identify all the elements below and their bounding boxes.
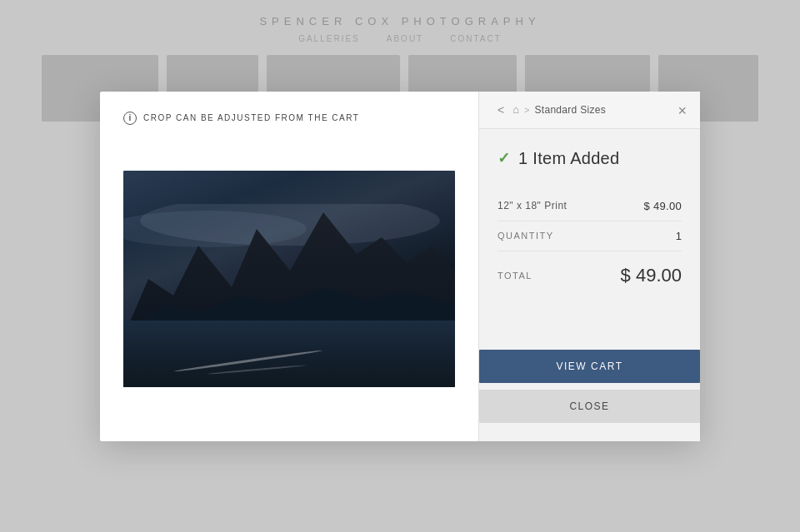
check-icon: ✓ — [498, 149, 510, 167]
photo-image — [123, 171, 455, 387]
mountain-silhouette — [123, 204, 455, 337]
close-button[interactable]: CLOSE — [479, 390, 700, 423]
breadcrumb-bar: < ⌂ > Standard Sizes — [479, 92, 700, 129]
modal-overlay: × i CROP CAN BE ADJUSTED FROM THE CART — [0, 0, 800, 532]
breadcrumb-chevron-icon: > — [524, 105, 529, 115]
right-content: ✓ 1 Item Added 12" x 18" Print $ 49.00 Q… — [479, 129, 700, 350]
info-bar: i CROP CAN BE ADJUSTED FROM THE CART — [123, 112, 455, 125]
modal-close-x-button[interactable]: × — [674, 100, 690, 122]
info-text: CROP CAN BE ADJUSTED FROM THE CART — [143, 113, 359, 122]
quantity-row: QUANTITY 1 — [498, 221, 682, 251]
photo-container — [123, 140, 455, 418]
home-icon[interactable]: ⌂ — [512, 103, 519, 116]
info-icon: i — [123, 112, 137, 125]
item-row: 12" x 18" Print $ 49.00 — [498, 191, 682, 221]
modal-left-panel: i CROP CAN BE ADJUSTED FROM THE CART — [100, 92, 478, 441]
beach-layer — [123, 321, 455, 387]
view-cart-button[interactable]: VIEW CART — [479, 350, 700, 383]
modal-body: i CROP CAN BE ADJUSTED FROM THE CART — [100, 92, 700, 441]
breadcrumb-current: Standard Sizes — [534, 104, 606, 116]
item-label: 12" x 18" Print — [498, 200, 567, 211]
total-label: TOTAL — [498, 271, 532, 281]
breadcrumb-back-button[interactable]: < — [494, 103, 508, 117]
action-buttons: VIEW CART CLOSE — [479, 350, 700, 441]
total-row: TOTAL $ 49.00 — [498, 251, 682, 303]
modal-right-panel: < ⌂ > Standard Sizes ✓ 1 Item Added 12" … — [478, 92, 700, 441]
added-label: 1 Item Added — [518, 149, 619, 168]
added-header: ✓ 1 Item Added — [498, 149, 682, 168]
quantity-value: 1 — [676, 230, 682, 242]
quantity-label: QUANTITY — [498, 231, 554, 241]
modal-dialog: × i CROP CAN BE ADJUSTED FROM THE CART — [100, 92, 700, 441]
total-value: $ 49.00 — [621, 265, 682, 286]
item-price: $ 49.00 — [644, 200, 682, 212]
